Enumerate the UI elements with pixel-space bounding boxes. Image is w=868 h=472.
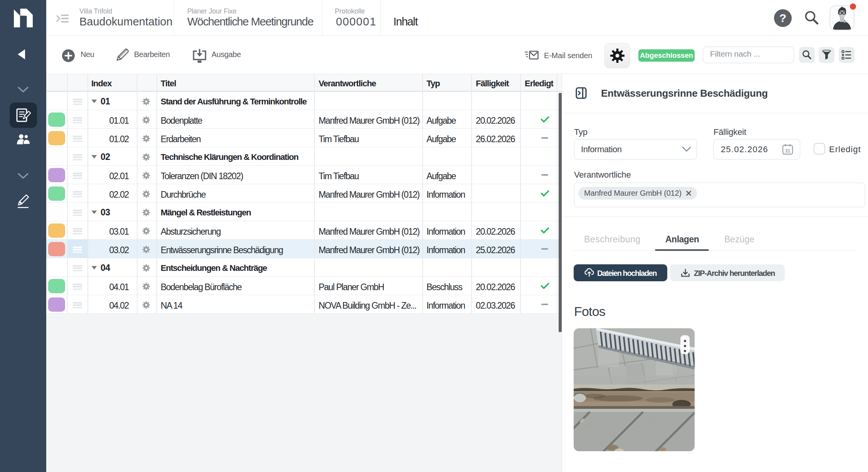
svg-text:31: 31: [785, 148, 791, 154]
